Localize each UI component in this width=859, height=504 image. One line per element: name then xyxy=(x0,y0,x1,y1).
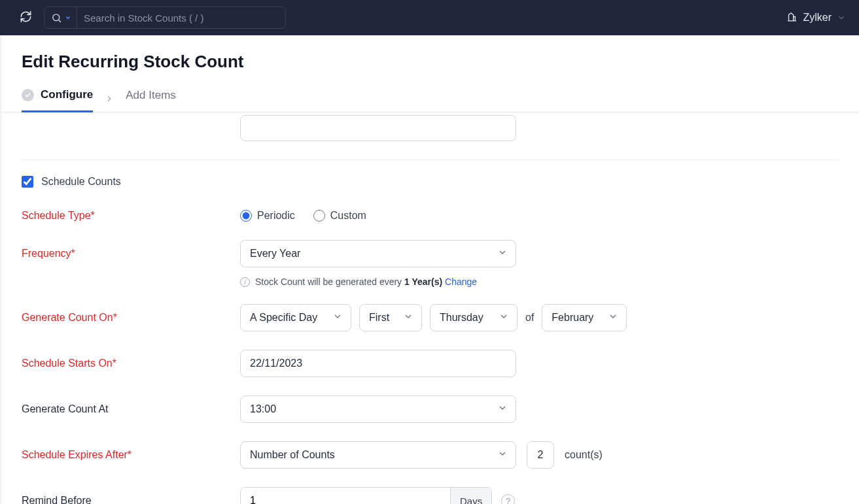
remind-value-input[interactable] xyxy=(241,488,450,504)
top-bar: Zylker xyxy=(0,0,859,35)
frequency-hint: i Stock Count will be generated every 1 … xyxy=(240,277,839,287)
frequency-select[interactable]: Every Year xyxy=(240,240,516,267)
tab-add-items[interactable]: Add Items xyxy=(126,89,176,111)
starts-on-input[interactable] xyxy=(240,350,516,377)
of-text: of xyxy=(525,312,534,324)
org-switcher[interactable]: Zylker xyxy=(786,11,846,25)
check-circle-icon xyxy=(22,89,34,101)
expires-mode-select[interactable]: Number of Counts xyxy=(240,441,516,469)
svg-line-1 xyxy=(59,20,61,22)
generate-at-label: Generate Count At xyxy=(22,403,240,415)
chevron-down-icon xyxy=(332,311,343,324)
help-icon[interactable]: ? xyxy=(501,494,515,505)
remind-label: Remind Before xyxy=(22,495,240,504)
radio-custom[interactable]: Custom xyxy=(313,210,366,222)
tab-configure[interactable]: Configure xyxy=(22,88,93,112)
info-icon: i xyxy=(240,277,250,287)
generate-at-select[interactable]: 13:00 xyxy=(240,395,516,423)
remind-unit: Days xyxy=(450,488,491,504)
generate-on-mode-select[interactable]: A Specific Day xyxy=(240,304,351,331)
svg-point-0 xyxy=(53,14,60,20)
counts-suffix: count(s) xyxy=(565,449,603,461)
radio-periodic[interactable]: Periodic xyxy=(240,210,295,222)
chevron-down-icon xyxy=(837,13,846,22)
search-box[interactable] xyxy=(44,7,286,29)
chevron-right-icon xyxy=(105,94,114,106)
wizard-tabs: Configure Add Items xyxy=(2,88,859,112)
generate-on-ordinal-select[interactable]: First xyxy=(359,304,422,331)
change-link[interactable]: Change xyxy=(445,277,477,287)
schedule-counts-label: Schedule Counts xyxy=(41,176,121,188)
remind-input-group: Days xyxy=(240,487,492,504)
schedule-counts-checkbox[interactable] xyxy=(22,176,33,188)
chevron-down-icon xyxy=(497,448,508,462)
expires-count-input[interactable] xyxy=(527,441,554,469)
search-icon[interactable] xyxy=(44,7,77,28)
generate-on-month-select[interactable]: February xyxy=(542,304,627,331)
search-input[interactable] xyxy=(77,12,285,24)
chevron-down-icon xyxy=(499,311,509,324)
divider xyxy=(22,160,839,160)
starts-on-label: Schedule Starts On* xyxy=(22,358,240,369)
expires-label: Schedule Expires After* xyxy=(22,449,240,461)
frequency-label: Frequency* xyxy=(22,248,240,260)
building-icon xyxy=(786,11,798,25)
generate-on-weekday-select[interactable]: Thursday xyxy=(430,304,517,331)
previous-field-stub[interactable] xyxy=(240,115,516,141)
generate-on-label: Generate Count On* xyxy=(22,312,240,324)
chevron-down-icon xyxy=(403,311,413,324)
refresh-icon[interactable] xyxy=(20,10,32,25)
org-name: Zylker xyxy=(803,12,832,24)
chevron-down-icon xyxy=(608,311,618,324)
chevron-down-icon xyxy=(497,403,508,416)
chevron-down-icon xyxy=(497,247,508,260)
schedule-type-label: Schedule Type* xyxy=(22,210,240,222)
page-title: Edit Recurring Stock Count xyxy=(2,52,859,88)
